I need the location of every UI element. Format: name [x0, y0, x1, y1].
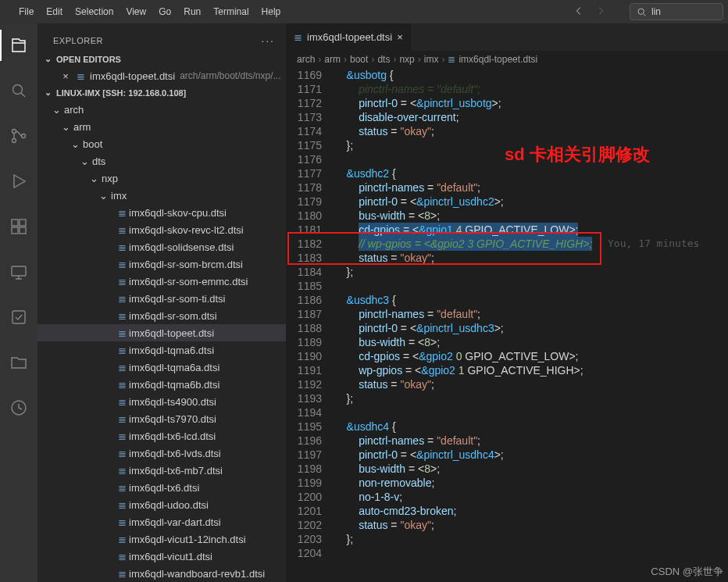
activity-timeline[interactable]	[0, 392, 37, 423]
chevron-down-icon: ⌄	[98, 190, 109, 202]
activity-search[interactable]	[0, 75, 37, 106]
file-item[interactable]: ≣imx6qdl-sr-som-ti.dtsi	[37, 290, 286, 307]
file-icon: ≣	[118, 396, 127, 408]
chevron-down-icon: ⌄	[60, 121, 71, 133]
svg-point-1	[13, 85, 23, 95]
activity-debug[interactable]	[0, 166, 37, 197]
chevron-down-icon: ⌄	[79, 155, 90, 167]
open-editor-item[interactable]: × ≣ imx6qdl-topeet.dtsi arch/arm/boot/dt…	[37, 67, 286, 84]
annotation-text: sd 卡相关引脚修改	[505, 148, 650, 162]
menu-view[interactable]: View	[120, 3, 152, 20]
chevron-down-icon: ⌄	[42, 87, 53, 98]
file-item[interactable]: ≣imx6qdl-tx6.dtsi	[37, 479, 286, 496]
menu-selection[interactable]: Selection	[69, 3, 120, 20]
activity-scm[interactable]	[0, 120, 37, 152]
breadcrumb-item[interactable]: imx	[424, 54, 439, 65]
svg-rect-8	[20, 227, 26, 234]
breadcrumb-item[interactable]: boot	[350, 54, 368, 65]
file-item[interactable]: ≣imx6qdl-ts7970.dtsi	[37, 410, 286, 427]
file-icon: ≣	[118, 516, 127, 528]
file-tree[interactable]: ⌄arch⌄arm⌄boot⌄dts⌄nxp⌄imx≣imx6qdl-skov-…	[37, 101, 286, 582]
editor-area: ≣ imx6qdl-topeet.dtsi × arch›arm›boot›dt…	[286, 23, 728, 582]
file-item[interactable]: ≣imx6qdl-skov-revc-lt2.dtsi	[37, 221, 286, 238]
nav-history	[573, 5, 606, 19]
command-center-search[interactable]: lin	[630, 3, 723, 20]
activity-explorer[interactable]	[0, 30, 37, 61]
chevron-down-icon: ⌄	[51, 104, 62, 116]
activity-folder[interactable]	[0, 347, 37, 378]
file-item[interactable]: ≣imx6qdl-tx6-lcd.dtsi	[37, 427, 286, 445]
svg-point-0	[638, 9, 644, 14]
file-icon: ≣	[118, 534, 127, 545]
file-item[interactable]: ≣imx6qdl-udoo.dtsi	[37, 496, 286, 513]
close-icon[interactable]: ×	[397, 31, 403, 43]
menu-run[interactable]: Run	[177, 3, 207, 20]
menubar: File Edit Selection View Go Run Terminal…	[0, 0, 728, 23]
menu-terminal[interactable]: Terminal	[207, 3, 255, 20]
menu-file[interactable]: File	[12, 3, 40, 20]
file-icon: ≣	[118, 448, 127, 459]
file-item[interactable]: ≣imx6qdl-tqma6b.dtsi	[37, 376, 286, 393]
breadcrumb-item[interactable]: arm	[324, 54, 341, 65]
file-icon: ≣	[118, 276, 127, 287]
breadcrumb-item[interactable]: imx6qdl-topeet.dtsi	[459, 54, 537, 65]
workspace-header[interactable]: ⌄ LINUX-IMX [SSH: 192.168.0.108]	[37, 84, 286, 101]
folder-arch[interactable]: ⌄arch	[37, 101, 286, 118]
file-item[interactable]: ≣imx6qdl-topeet.dtsi	[37, 324, 286, 341]
breadcrumb-item[interactable]: arch	[297, 54, 315, 65]
activity-testing[interactable]	[0, 302, 37, 333]
tab-active[interactable]: ≣ imx6qdl-topeet.dtsi ×	[286, 23, 412, 51]
search-icon	[637, 7, 647, 17]
folder-nxp[interactable]: ⌄nxp	[37, 170, 286, 187]
file-icon: ≣	[77, 70, 85, 82]
activity-extensions[interactable]	[0, 211, 37, 242]
git-blame: You, 17 minutes	[608, 237, 699, 251]
more-icon[interactable]: ···	[261, 34, 275, 47]
code-editor[interactable]: 1169117111721173117411751176117711781179…	[286, 68, 728, 582]
file-icon: ≣	[118, 482, 127, 494]
file-item[interactable]: ≣imx6qdl-var-dart.dtsi	[37, 513, 286, 530]
svg-rect-10	[12, 311, 25, 323]
folder-boot[interactable]: ⌄boot	[37, 135, 286, 152]
file-item[interactable]: ≣imx6qdl-sr-som.dtsi	[37, 307, 286, 324]
open-editors-header[interactable]: ⌄ OPEN EDITORS	[37, 51, 286, 67]
file-icon: ≣	[118, 310, 127, 322]
menu-edit[interactable]: Edit	[40, 3, 69, 20]
breadcrumb[interactable]: arch›arm›boot›dts›nxp›imx›≣ imx6qdl-tope…	[286, 51, 728, 68]
menu-go[interactable]: Go	[152, 3, 177, 20]
breadcrumb-item[interactable]: dts	[377, 54, 390, 65]
file-item[interactable]: ≣imx6qdl-solidsense.dtsi	[37, 238, 286, 255]
file-item[interactable]: ≣imx6qdl-vicut1-12inch.dtsi	[37, 530, 286, 548]
svg-rect-5	[12, 220, 18, 226]
chevron-down-icon: ⌄	[42, 54, 53, 64]
activity-remote[interactable]	[0, 256, 37, 287]
chevron-down-icon: ⌄	[70, 138, 80, 150]
file-icon: ≣	[118, 259, 127, 270]
file-item[interactable]: ≣imx6qdl-sr-som-emmc.dtsi	[37, 273, 286, 290]
file-item[interactable]: ≣imx6qdl-ts4900.dtsi	[37, 393, 286, 410]
file-icon: ≣	[118, 241, 127, 253]
nav-back-icon[interactable]	[573, 5, 584, 19]
file-icon: ≣	[118, 224, 127, 236]
file-icon: ≣	[118, 362, 127, 373]
folder-arm[interactable]: ⌄arm	[37, 118, 286, 135]
file-item[interactable]: ≣imx6qdl-wandboard-revb1.dtsi	[37, 565, 286, 582]
close-icon[interactable]: ×	[59, 70, 72, 82]
folder-dts[interactable]: ⌄dts	[37, 152, 286, 170]
file-icon: ≣	[118, 293, 127, 305]
folder-imx[interactable]: ⌄imx	[37, 187, 286, 204]
breadcrumb-item[interactable]: nxp	[399, 54, 414, 65]
file-item[interactable]: ≣imx6qdl-vicut1.dtsi	[37, 548, 286, 565]
svg-rect-9	[12, 266, 26, 276]
file-icon: ≣	[118, 568, 127, 580]
file-item[interactable]: ≣imx6qdl-tqma6.dtsi	[37, 341, 286, 359]
file-item[interactable]: ≣imx6qdl-tx6-lvds.dtsi	[37, 445, 286, 462]
file-item[interactable]: ≣imx6qdl-skov-cpu.dtsi	[37, 204, 286, 221]
file-item[interactable]: ≣imx6qdl-tx6-mb7.dtsi	[37, 462, 286, 479]
nav-forward-icon[interactable]	[595, 5, 606, 19]
menu-help[interactable]: Help	[255, 3, 287, 20]
file-item[interactable]: ≣imx6qdl-tqma6a.dtsi	[37, 359, 286, 376]
file-item[interactable]: ≣imx6qdl-sr-som-brcm.dtsi	[37, 255, 286, 273]
file-icon: ≣	[118, 345, 127, 356]
file-icon: ≣	[118, 379, 127, 391]
